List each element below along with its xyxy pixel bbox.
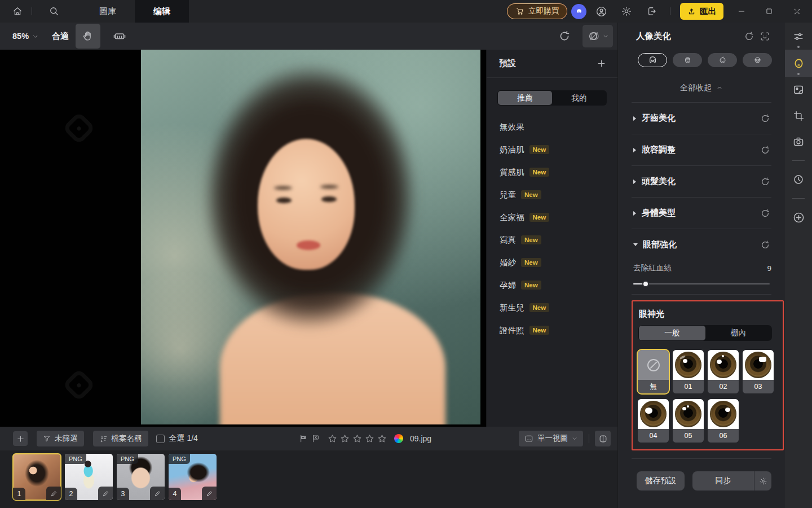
compare-button[interactable] [582,25,613,47]
filmstrip-thumb-4[interactable]: PNG 4 [169,454,217,500]
minimize-button[interactable] [730,0,753,23]
woman-face-icon [648,55,657,65]
image-tool-button[interactable] [785,77,812,103]
face-detect-button[interactable] [757,28,773,44]
settings-button[interactable] [616,0,637,23]
star-rating[interactable] [327,433,387,444]
slider-thumb[interactable] [642,281,649,287]
section-hair[interactable]: 頭髮美化 [618,166,785,197]
star-icon[interactable] [327,433,338,444]
star-icon[interactable] [377,433,387,444]
tab-edit[interactable]: 编辑 [135,0,189,23]
preset-item[interactable]: 兒童 New [487,183,617,206]
transfer-button[interactable] [641,0,663,23]
star-icon[interactable] [364,433,375,444]
search-button[interactable] [43,0,65,23]
preset-item[interactable]: 奶油肌 New [487,138,617,161]
preset-item[interactable]: 婚紗 New [487,251,617,274]
catchlight-option-04[interactable]: 04 [638,399,669,443]
red-vein-slider-row: 去除紅血絲 9 [618,260,785,275]
tab-recommended[interactable]: 推薦 [498,91,552,105]
close-button[interactable] [785,0,809,23]
eye-thumbnail [673,350,704,380]
preset-item[interactable]: 證件照 New [487,319,617,341]
filmstrip-thumb-2[interactable]: PNG 2 [65,454,113,500]
panel-reset-button[interactable] [741,28,757,44]
catchlight-option-05[interactable]: 05 [673,399,704,443]
select-all-control[interactable]: 全選 1/4 [156,433,198,444]
color-label-button[interactable] [394,434,403,443]
select-all-checkbox[interactable] [156,435,165,443]
reset-icon[interactable] [759,207,771,220]
view-mode-select[interactable]: 單一視圖 [519,431,583,446]
collapse-all-button[interactable]: 全部收起 [618,67,785,102]
face-tab-man[interactable] [673,53,702,67]
hand-tool-button[interactable] [76,24,100,49]
maximize-button[interactable] [757,0,781,23]
reset-icon[interactable] [759,239,771,251]
catchlight-option-03[interactable]: 03 [743,350,774,393]
preset-item[interactable]: 質感肌 New [487,161,617,183]
new-badge: New [521,235,541,244]
history-tool-button[interactable] [785,167,812,192]
catchlight-option-06[interactable]: 06 [708,399,739,443]
preset-item[interactable]: 無效果 [487,116,617,138]
reset-icon[interactable] [759,144,771,156]
section-body[interactable]: 身體美型 [618,198,785,229]
red-vein-slider[interactable] [633,281,770,287]
preset-item[interactable]: 全家福 New [487,206,617,229]
reset-icon[interactable] [759,176,771,188]
filmstrip-thumb-1[interactable]: 1 [13,454,61,500]
slider-track[interactable] [633,283,770,284]
face-tab-child[interactable] [708,53,737,67]
reset-icon[interactable] [759,112,771,125]
preset-item[interactable]: 寫真 New [487,229,617,251]
catchlight-tab-general[interactable]: 一般 [639,326,705,340]
adjustments-tool-button[interactable] [785,24,812,50]
ruler-tool-button[interactable] [107,24,132,49]
star-icon[interactable] [352,433,363,444]
flag-reject-icon[interactable] [311,434,320,443]
fit-button[interactable]: 合適 [52,31,69,42]
tab-mine[interactable]: 我的 [552,91,606,105]
filter-button[interactable]: 未篩選 [37,431,84,446]
add-preset-button[interactable] [597,59,606,68]
view-mode-label: 單一視圖 [537,433,568,444]
zoom-level-select[interactable]: 85% [12,32,38,41]
portrait-tool-button[interactable] [785,50,812,77]
section-teeth[interactable]: 牙齒美化 [618,103,785,134]
camera-tool-button[interactable] [785,129,812,155]
flag-pick-icon[interactable] [299,434,308,443]
catchlight-option-02[interactable]: 02 [708,350,739,393]
profile-button[interactable] [590,0,612,23]
undo-button[interactable] [552,24,577,49]
buy-now-button[interactable]: 立即購買 [507,3,567,19]
preset-item[interactable]: 新生兒 New [487,296,617,319]
sync-button[interactable]: 同步 [692,471,754,491]
add-image-button[interactable] [13,431,28,446]
new-badge: New [529,303,550,312]
catchlight-option-01[interactable]: 01 [673,350,704,393]
home-icon [12,6,23,17]
catchlight-option-none[interactable]: 無 [638,350,669,393]
sort-by-name-button[interactable]: 檔案名稱 [93,431,148,446]
discord-button[interactable] [571,4,586,19]
filmstrip-thumb-3[interactable]: PNG 3 [117,454,165,500]
preset-item[interactable]: 孕婦 New [487,274,617,296]
section-makeup[interactable]: 妝容調整 [618,134,785,165]
section-eye-enhance[interactable]: 眼部強化 [618,229,785,260]
preset-label: 寫真 [500,235,516,246]
save-preset-button[interactable]: 儲存預設 [637,471,685,491]
add-tool-button[interactable] [785,204,812,230]
tab-gallery[interactable]: 圖庫 [81,0,135,23]
split-view-button[interactable] [595,431,611,446]
sync-settings-button[interactable] [754,471,771,491]
editor-canvas[interactable] [0,50,486,427]
home-button[interactable] [7,0,28,23]
crop-tool-button[interactable] [785,103,812,129]
star-icon[interactable] [339,433,350,444]
catchlight-tab-studio[interactable]: 棚內 [705,326,772,340]
face-tab-elder[interactable] [743,53,772,67]
face-tab-woman[interactable] [638,53,667,67]
export-button[interactable]: 匯出 [680,3,723,20]
